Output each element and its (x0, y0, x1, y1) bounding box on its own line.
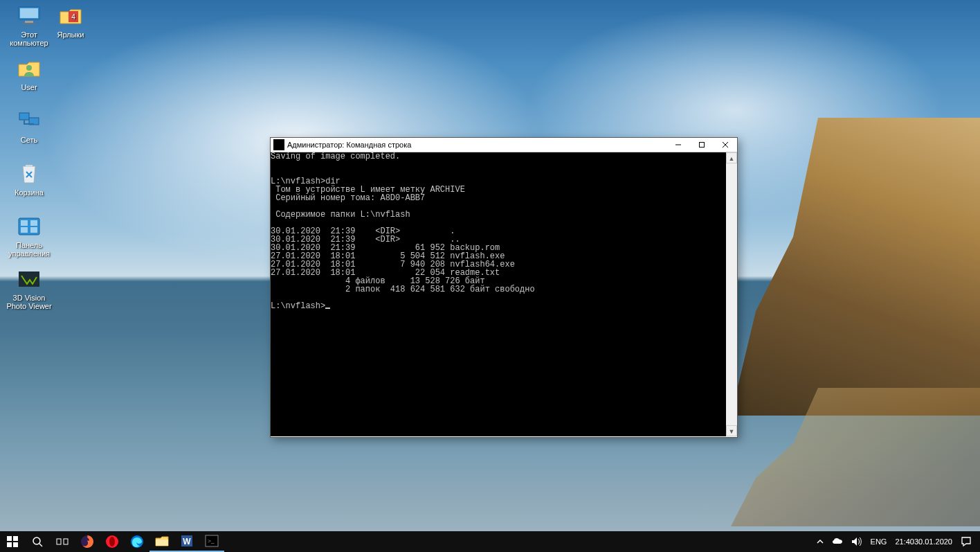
svg-text:W: W (183, 537, 191, 546)
taskbar-file-explorer[interactable] (149, 531, 174, 552)
svg-rect-5 (19, 113, 29, 120)
desktop-icons-col2: 4 Ярлыки (46, 3, 96, 55)
tray-date: 30.01.2020 (914, 537, 952, 546)
svg-rect-9 (30, 220, 37, 226)
svg-rect-31 (156, 540, 168, 546)
svg-rect-22 (13, 542, 18, 547)
desktop-icon-network[interactable]: Сеть (4, 108, 54, 158)
tray-onedrive-icon[interactable] (828, 531, 847, 552)
taskbar-edge[interactable] (125, 531, 149, 552)
svg-point-23 (33, 537, 40, 544)
folder-shortcuts-icon: 4 (57, 3, 84, 29)
svg-rect-21 (7, 542, 12, 547)
folder-user-icon (16, 55, 42, 82)
terminal-text: Saving of image completed. L:\nvflash>di… (271, 152, 535, 311)
svg-rect-12 (19, 271, 39, 287)
svg-rect-16 (700, 143, 705, 148)
terminal-area: Saving of image completed. L:\nvflash>di… (271, 152, 737, 436)
taskbar-opera[interactable] (100, 531, 125, 552)
terminal-output[interactable]: Saving of image completed. L:\nvflash>di… (271, 152, 726, 436)
desktop[interactable]: Этоткомпьютер User Сеть Корзина Панельуп… (0, 0, 980, 552)
desktop-icon-label: User (21, 83, 37, 91)
svg-point-4 (26, 65, 32, 71)
terminal-scrollbar[interactable]: ▲ ▼ (726, 152, 737, 436)
desktop-icon-label: 3D VisionPhoto Viewer (6, 294, 51, 310)
taskbar-firefox[interactable] (75, 531, 100, 552)
start-button[interactable] (0, 531, 25, 552)
svg-rect-8 (21, 220, 28, 226)
desktop-icon-shortcuts[interactable]: 4 Ярлыки (46, 3, 96, 53)
nvidia-3dvision-icon (16, 266, 42, 292)
desktop-icon-label: Этоткомпьютер (10, 30, 48, 47)
control-panel-icon (16, 213, 42, 240)
desktop-icon-label: Панельуправления (8, 241, 50, 258)
task-view-button[interactable] (50, 531, 75, 552)
cmd-window[interactable]: Администратор: Командная строка Saving o… (270, 137, 738, 438)
svg-line-24 (39, 544, 42, 546)
desktop-icon-label: Ярлыки (57, 30, 84, 39)
terminal-cursor (325, 308, 330, 309)
taskbar[interactable]: W >_ ENG 21:40 30.01.2020 (0, 531, 980, 552)
svg-rect-19 (7, 536, 12, 541)
desktop-icon-3dvision[interactable]: 3D VisionPhoto Viewer (4, 266, 54, 316)
search-button[interactable] (25, 531, 50, 552)
svg-text:4: 4 (71, 13, 75, 21)
maximize-button[interactable] (690, 138, 714, 152)
svg-rect-11 (30, 227, 37, 233)
pc-icon (16, 3, 42, 29)
minimize-button[interactable] (666, 138, 690, 152)
taskbar-cmd[interactable]: >_ (199, 531, 224, 552)
scroll-track[interactable] (726, 163, 737, 425)
svg-rect-3 (23, 23, 35, 24)
svg-rect-26 (64, 539, 68, 544)
desktop-icon-control-panel[interactable]: Панельуправления (4, 213, 54, 263)
svg-point-29 (109, 537, 115, 546)
svg-text:>_: >_ (208, 537, 215, 544)
show-desktop-button[interactable] (976, 531, 980, 552)
tray-clock[interactable]: 21:40 30.01.2020 (891, 531, 956, 552)
network-icon (16, 108, 42, 134)
window-titlebar[interactable]: Администратор: Командная строка (271, 138, 737, 152)
recycle-bin-icon (16, 161, 42, 187)
svg-rect-1 (20, 8, 38, 18)
desktop-icon-user-folder[interactable]: User (4, 55, 54, 105)
window-controls (666, 138, 737, 152)
tray-volume-icon[interactable] (847, 531, 866, 552)
taskbar-word[interactable]: W (174, 531, 199, 552)
tray-language-label: ENG (871, 537, 887, 546)
svg-rect-2 (25, 21, 33, 23)
cmd-icon (273, 139, 284, 150)
desktop-icon-label: Корзина (15, 188, 44, 197)
system-tray: ENG 21:40 30.01.2020 (813, 531, 980, 552)
tray-action-center[interactable] (956, 531, 976, 552)
svg-rect-25 (57, 539, 61, 544)
tray-language[interactable]: ENG (866, 531, 891, 552)
scroll-up-button[interactable]: ▲ (726, 152, 737, 163)
tray-overflow-button[interactable] (813, 531, 828, 552)
svg-rect-20 (13, 536, 18, 541)
wallpaper-cliff (731, 118, 980, 416)
window-title: Администратор: Командная строка (287, 141, 666, 149)
tray-time: 21:40 (895, 537, 914, 546)
desktop-icon-recycle-bin[interactable]: Корзина (4, 161, 54, 211)
scroll-down-button[interactable]: ▼ (726, 425, 737, 436)
svg-rect-10 (21, 227, 28, 233)
close-button[interactable] (714, 138, 737, 152)
desktop-icon-label: Сеть (21, 136, 37, 144)
